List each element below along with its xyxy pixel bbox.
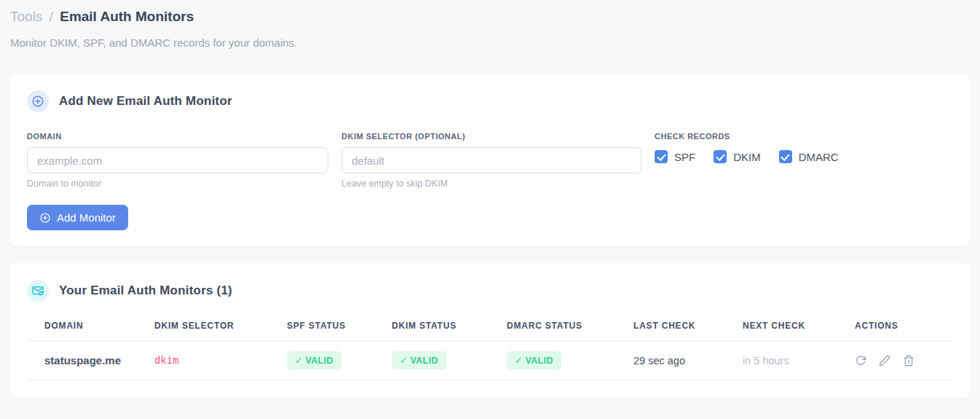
page-subtitle: Monitor DKIM, SPF, and DMARC records for… [9,36,971,49]
table-row: statuspage.me dkim ✓ VALID ✓ VALID ✓ VAL… [27,341,953,380]
column-header-dkim-status: DKIM STATUS [392,321,507,341]
column-header-dkim-selector: DKIM SELECTOR [154,321,287,341]
edit-pencil-icon [879,355,890,367]
domain-input[interactable] [27,147,328,173]
add-monitor-button-label: Add Monitor [57,211,116,224]
plus-circle-icon [27,90,49,112]
dmarc-checkbox-option[interactable]: DMARC [779,150,839,163]
add-monitor-form: DOMAIN Domain to monitor DKIM SELECTOR (… [27,132,953,189]
dkim-selector-field-helper: Leave empty to skip DKIM [341,179,641,189]
page-title: Email Auth Monitors [60,9,194,24]
check-records-label: CHECK RECORDS [655,132,857,141]
domain-field-label: DOMAIN [27,132,328,141]
breadcrumb-tools-link[interactable]: Tools [10,9,42,24]
dkim-selector-input[interactable] [341,147,641,173]
breadcrumb: Tools / Email Auth Monitors [9,9,971,25]
monitor-dkim-selector: dkim [154,341,287,380]
monitors-card-header: Your Email Auth Monitors (1) [27,280,953,302]
check-records-options: SPF DKIM DMARC [655,150,857,163]
monitors-card-title: Your Email Auth Monitors (1) [59,283,232,298]
monitors-card: Your Email Auth Monitors (1) DOMAIN DKIM… [9,263,971,398]
dkim-checkbox-label: DKIM [733,151,761,163]
add-monitor-button[interactable]: Add Monitor [27,205,128,230]
monitor-spf-status-cell: ✓ VALID [287,341,392,380]
monitor-dkim-status-cell: ✓ VALID [392,341,507,380]
domain-field-group: DOMAIN Domain to monitor [27,132,328,189]
dkim-selector-field-group: DKIM SELECTOR (OPTIONAL) Leave empty to … [341,132,641,189]
check-records-group: CHECK RECORDS SPF DKIM DMARC [655,132,857,189]
column-header-domain: DOMAIN [27,321,154,341]
table-header-row: DOMAIN DKIM SELECTOR SPF STATUS DKIM STA… [27,321,953,341]
column-header-spf-status: SPF STATUS [287,321,392,341]
column-header-actions: ACTIONS [855,321,953,341]
mail-check-icon [27,280,49,302]
spf-status-badge: ✓ VALID [287,351,341,369]
spf-checkbox[interactable] [655,150,668,163]
monitor-next-check: in 5 hours [743,341,855,380]
trash-icon [903,355,914,367]
add-monitor-card: Add New Email Auth Monitor DOMAIN Domain… [9,74,971,246]
column-header-last-check: LAST CHECK [633,321,743,341]
dmarc-checkbox-label: DMARC [799,151,839,163]
dkim-checkbox[interactable] [714,150,727,163]
dkim-checkbox-option[interactable]: DKIM [714,150,761,163]
dmarc-checkbox[interactable] [779,150,792,163]
monitor-actions-cell [855,341,953,380]
dkim-selector-field-label: DKIM SELECTOR (OPTIONAL) [341,132,641,141]
refresh-icon [855,355,866,367]
column-header-next-check: NEXT CHECK [743,321,855,341]
column-header-dmarc-status: DMARC STATUS [507,321,633,341]
email-auth-monitors-page: Tools / Email Auth Monitors Monitor DKIM… [0,0,980,398]
monitor-last-check: 29 sec ago [633,341,743,380]
edit-button[interactable] [879,355,890,367]
refresh-button[interactable] [855,355,866,367]
plus-circle-icon [39,212,51,224]
delete-button[interactable] [903,355,914,367]
spf-checkbox-option[interactable]: SPF [655,150,695,163]
add-monitor-card-title: Add New Email Auth Monitor [59,94,232,109]
breadcrumb-separator: / [47,9,56,24]
dmarc-status-badge: ✓ VALID [507,351,561,369]
dkim-status-badge: ✓ VALID [392,351,446,369]
monitor-domain: statuspage.me [27,341,154,380]
domain-field-helper: Domain to monitor [27,179,328,189]
add-monitor-card-header: Add New Email Auth Monitor [27,90,953,112]
monitors-table: DOMAIN DKIM SELECTOR SPF STATUS DKIM STA… [27,321,953,380]
monitors-table-wrap: DOMAIN DKIM SELECTOR SPF STATUS DKIM STA… [27,321,953,380]
monitor-dmarc-status-cell: ✓ VALID [507,341,633,380]
spf-checkbox-label: SPF [674,151,695,163]
